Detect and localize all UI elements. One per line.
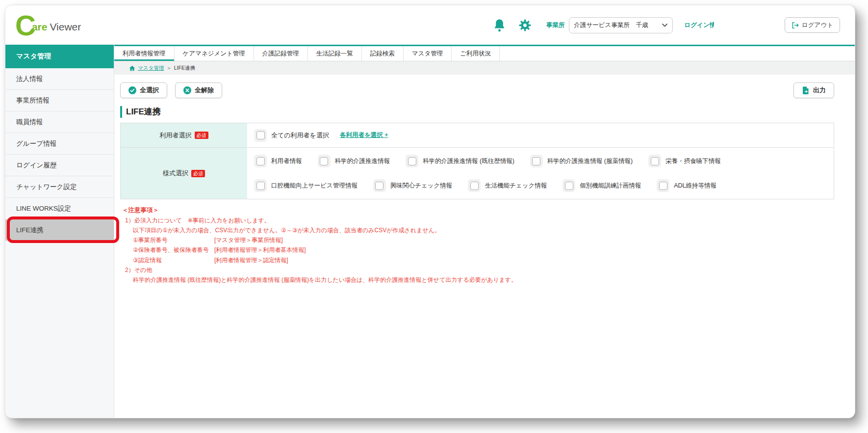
tab-record-search[interactable]: 記録検索 — [362, 46, 404, 61]
logout-label: ログアウト — [802, 21, 833, 29]
checkbox-box — [254, 129, 267, 142]
life-link-form-table: 利用者選択 必須 全ての利用者を選択 各利用者を選択 + — [120, 123, 834, 199]
checkbox-all-users-label: 全ての利用者を選択 — [271, 131, 329, 140]
sidebar-item-life-link[interactable]: LIFE連携 — [5, 219, 114, 241]
bell-icon — [493, 19, 506, 32]
checkbox-box — [648, 155, 661, 167]
main-area: 利用者情報管理 ケアマネジメント管理 介護記録管理 生活記録一覧 記録検索 マス… — [114, 45, 855, 418]
tab-life-record-list[interactable]: 生活記録一覧 — [308, 46, 362, 61]
checkbox-life-function-check-info[interactable]: 生活機能チェック情報 — [468, 179, 547, 192]
note-line: ①事業所番号[マスタ管理＞事業所情報] — [120, 235, 834, 245]
checkbox-oral-function-service-info[interactable]: 口腔機能向上サービス管理情報 — [254, 179, 357, 192]
app-window: C are Viewer — [5, 5, 855, 418]
app-logo: C are Viewer — [15, 10, 81, 41]
checkbox-box — [406, 155, 418, 167]
checkbox-scientific-care-history-info[interactable]: 科学的介護推進情報 (既往歴情報) — [406, 155, 514, 167]
chevron-down-icon — [662, 24, 667, 27]
note-line: 科学的介護推進情報 (既往歴情報)と科学的介護推進情報 (服薬情報)を出力したい… — [120, 275, 834, 285]
settings-gear-icon[interactable] — [518, 19, 532, 32]
checkbox-box — [318, 155, 331, 167]
user-selection-header-cell: 利用者選択 必須 — [121, 123, 247, 147]
header-right-cluster: 事業所 介護サービス事業所 千歳 ログイン情報 — [493, 5, 714, 45]
notes-heading: ＜注意事項＞ — [120, 205, 834, 216]
checkbox-box — [254, 179, 267, 192]
format-selection-label: 様式選択 — [163, 169, 188, 178]
logo-viewer-text: Viewer — [50, 21, 81, 33]
tab-master-management[interactable]: マスタ管理 — [404, 46, 452, 61]
tab-care-management[interactable]: ケアマネジメント管理 — [175, 46, 254, 61]
checkbox-scientific-care-medication-info[interactable]: 科学的介護推進情報 (服薬情報) — [530, 155, 633, 167]
logout-icon — [791, 22, 799, 29]
format-selection-body-cell: 利用者情報 科学的介護推進情報 科学的介護推進情報 (既往歴情報) — [247, 148, 834, 199]
home-icon[interactable] — [129, 65, 135, 71]
logo-are-text: are — [32, 21, 48, 33]
tab-usage-status[interactable]: ご利用状況 — [452, 46, 500, 61]
clear-all-button[interactable]: 全解除 — [175, 82, 222, 98]
required-badge: 必須 — [191, 170, 205, 177]
sidebar-item-corporate-info[interactable]: 法人情報 — [5, 68, 114, 90]
notes-section: ＜注意事項＞ 1）必須入力について ※事前に入力をお願いします。 以下項目の①が… — [120, 205, 834, 285]
page-content: 全選択 全解除 出力 L — [114, 75, 855, 285]
user-selection-label: 利用者選択 — [160, 131, 192, 140]
sidebar-item-lineworks-settings[interactable]: LINE WORKS設定 — [5, 198, 114, 219]
logout-button[interactable]: ログアウト — [785, 17, 840, 33]
checkbox-user-info[interactable]: 利用者情報 — [254, 155, 302, 167]
sidebar-item-login-history[interactable]: ログイン履歴 — [5, 155, 114, 176]
format-selection-row: 様式選択 必須 利用者情報 — [121, 148, 834, 199]
note-line: ②保険者番号、被保険者番号[利用者情報管理＞利用者基本情報] — [120, 245, 834, 255]
select-all-label: 全選択 — [140, 86, 159, 95]
note-line: 2）その他 — [120, 265, 834, 275]
checkbox-box — [657, 179, 669, 192]
clear-all-label: 全解除 — [195, 86, 214, 95]
sidebar: マスタ管理 法人情報 事業所情報 職員情報 グループ情報 ログイン履歴 チャット… — [5, 45, 114, 418]
format-options-line-1: 利用者情報 科学的介護推進情報 科学的介護推進情報 (既往歴情報) — [254, 155, 834, 167]
user-selection-row: 利用者選択 必須 全ての利用者を選択 各利用者を選択 + — [121, 123, 834, 148]
note-line: ③認定情報[利用者情報管理＞認定情報] — [120, 255, 834, 265]
checkbox-box — [468, 179, 481, 192]
checkbox-scientific-care-info[interactable]: 科学的介護推進情報 — [318, 155, 390, 167]
note-line: 1）必須入力について ※事前に入力をお願いします。 — [120, 216, 834, 225]
checkbox-box — [562, 179, 575, 192]
checkbox-box — [254, 155, 267, 167]
checkbox-box — [530, 155, 543, 167]
required-badge: 必須 — [195, 132, 208, 139]
checkbox-nutrition-swallowing-info[interactable]: 栄養・摂食嚥下情報 — [648, 155, 721, 167]
breadcrumb-current: LIFE連携 — [174, 65, 195, 72]
breadcrumb-root-link[interactable]: マスタ管理 — [138, 65, 164, 72]
page-title: LIFE連携 — [120, 106, 834, 118]
sidebar-item-staff-info[interactable]: 職員情報 — [5, 111, 114, 133]
note-line: 以下項目の①が未入力の場合、CSV出力ができません。②～③が未入力の場合、該当者… — [120, 225, 834, 235]
sidebar-item-chatwork-settings[interactable]: チャットワーク設定 — [5, 176, 114, 198]
export-button[interactable]: 出力 — [793, 82, 834, 98]
gear-icon — [518, 19, 532, 32]
office-select[interactable]: 介護サービス事業所 千歳 — [569, 17, 673, 33]
select-each-user-link[interactable]: 各利用者を選択 + — [340, 131, 388, 139]
tab-care-record-management[interactable]: 介護記録管理 — [254, 46, 308, 61]
app-header: C are Viewer — [5, 5, 855, 45]
user-selection-body-cell: 全ての利用者を選択 各利用者を選択 + — [247, 123, 834, 147]
format-options-line-2: 口腔機能向上サービス管理情報 興味関心チェック情報 生活機能チェック情報 — [254, 179, 834, 192]
checkbox-adl-maintenance-info[interactable]: ADL維持等情報 — [657, 179, 716, 192]
select-all-button[interactable]: 全選択 — [120, 82, 167, 98]
export-label: 出力 — [813, 86, 826, 95]
checkbox-box — [373, 179, 386, 192]
notification-bell-icon[interactable] — [493, 19, 506, 32]
sidebar-item-group-info[interactable]: グループ情報 — [5, 133, 114, 155]
sidebar-header: マスタ管理 — [5, 45, 114, 68]
breadcrumb-separator: ＞ — [166, 65, 172, 72]
login-info-link[interactable]: ログイン情報 — [685, 21, 714, 29]
checkbox-all-users[interactable]: 全ての利用者を選択 — [254, 129, 329, 142]
checkbox-interest-check-info[interactable]: 興味関心チェック情報 — [373, 179, 452, 192]
screenshot-canvas: C are Viewer — [0, 0, 868, 433]
sidebar-item-office-info[interactable]: 事業所情報 — [5, 90, 114, 111]
format-selection-header-cell: 様式選択 必須 — [121, 148, 247, 199]
office-select-value: 介護サービス事業所 千歳 — [574, 21, 648, 29]
top-tab-bar: 利用者情報管理 ケアマネジメント管理 介護記録管理 生活記録一覧 記録検索 マス… — [114, 45, 855, 61]
x-circle-icon — [183, 86, 191, 94]
tab-user-info-management[interactable]: 利用者情報管理 — [114, 46, 175, 61]
breadcrumb: マスタ管理 ＞ LIFE連携 — [114, 61, 855, 75]
export-icon — [802, 86, 810, 94]
office-label: 事業所 — [546, 21, 565, 29]
checkbox-individual-training-plan-info[interactable]: 個別機能訓練計画情報 — [562, 179, 641, 192]
check-circle-icon — [128, 86, 136, 94]
